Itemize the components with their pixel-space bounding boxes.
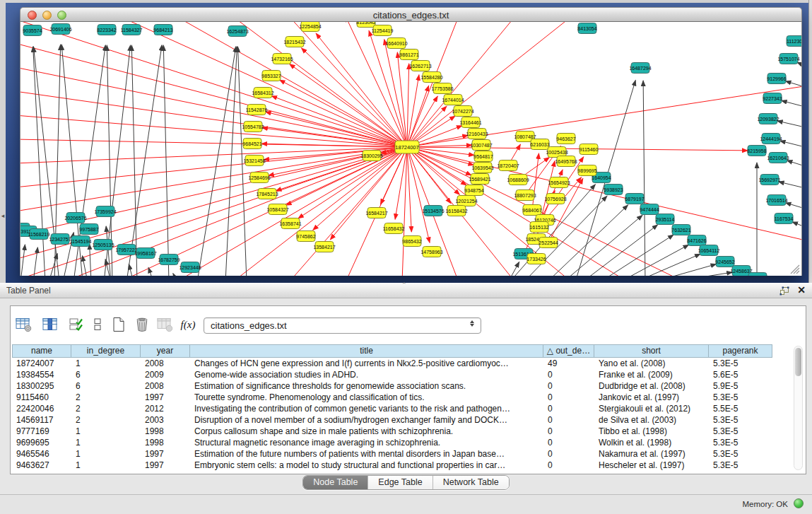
graph-node[interactable]: 5938923 <box>604 185 623 195</box>
graph-node[interactable]: 1167534 <box>775 214 794 224</box>
column-header-pagerank[interactable]: pagerank <box>709 344 772 358</box>
graph-node[interactable]: 20206576 <box>64 213 86 223</box>
graph-node[interactable]: 9853327 <box>261 71 281 81</box>
graph-node[interactable]: 9745862 <box>296 231 315 242</box>
show-columns-button[interactable] <box>40 313 61 336</box>
graph-node[interactable]: 12505135 <box>92 240 114 250</box>
graph-node[interactable]: 13164461 <box>459 117 481 128</box>
graph-node[interactable]: 15654923 <box>548 177 570 188</box>
graph-node[interactable]: 8123042 <box>356 22 375 28</box>
graph-node[interactable]: 11542876 <box>246 105 268 115</box>
graph-node[interactable]: 6216033 <box>530 139 549 150</box>
toggle-rows-button[interactable] <box>87 313 108 336</box>
splitter-handle-icon[interactable]: ⌃ <box>401 281 407 288</box>
graph-node[interactable]: 9129966 <box>767 74 786 84</box>
table-row[interactable]: 2242004622012Investigating the contribut… <box>12 403 772 414</box>
graph-node[interactable]: 10639543 <box>471 163 493 173</box>
table-vertical-scrollbar[interactable] <box>794 346 803 470</box>
graph-node[interactable]: 11584327 <box>121 25 143 35</box>
network-window-titlebar[interactable]: citations_edges.txt <box>20 7 802 22</box>
graph-node[interactable]: 9245652 <box>715 257 734 267</box>
graph-node[interactable]: 18724007 <box>395 141 419 153</box>
close-panel-icon[interactable]: ✕ <box>797 284 806 296</box>
graph-node[interactable]: 9684521 <box>242 139 261 149</box>
graph-node[interactable]: 9035574 <box>23 25 42 36</box>
graph-node[interactable]: 14758963 <box>420 247 442 257</box>
graph-node[interactable]: 9865432 <box>402 236 421 247</box>
graph-node[interactable]: 15134576 <box>422 206 444 216</box>
graph-node[interactable]: 16210643 <box>767 153 789 163</box>
graph-node[interactable]: 1112305 <box>787 36 801 47</box>
window-resize-grip[interactable] <box>789 263 800 274</box>
graph-node[interactable]: 12160433 <box>466 129 488 139</box>
graph-node[interactable]: 12093822 <box>757 114 779 124</box>
graph-node[interactable]: 10554782 <box>242 122 264 132</box>
graph-node[interactable]: 16158432 <box>445 206 467 216</box>
table-row[interactable]: 1456911722003Disruption of a novel membe… <box>12 414 772 426</box>
graph-node[interactable]: 9975887 <box>79 224 98 235</box>
splitter-collapse-left-icon[interactable]: ◂ <box>0 212 6 219</box>
graph-node[interactable]: 8471626 <box>687 235 706 246</box>
graph-node[interactable]: 10742274 <box>452 106 473 117</box>
graph-node[interactable]: 17359924 <box>94 206 116 217</box>
graph-node[interactable]: 12584696 <box>248 173 270 183</box>
graph-node[interactable]: 18215432 <box>283 37 305 47</box>
graph-node[interactable]: 15584280 <box>420 72 442 83</box>
column-header-year[interactable]: year <box>141 344 190 358</box>
graph-node[interactable]: 18807293 <box>514 190 536 201</box>
graph-node[interactable]: 9227343 <box>763 93 782 104</box>
function-builder-button[interactable]: f(x) <box>177 313 199 336</box>
graph-node[interactable]: 9474444 <box>640 204 659 215</box>
scrollbar-thumb[interactable] <box>795 348 801 376</box>
graph-node[interactable]: 9348754 <box>464 185 483 196</box>
graph-node[interactable]: 16584312 <box>252 88 273 98</box>
new-column-button[interactable] <box>108 313 129 336</box>
table-row[interactable]: 946362711997Embryonic stem cells: a mode… <box>12 460 772 471</box>
table-row[interactable]: 977716911998Corpus callosum shape and si… <box>12 426 772 437</box>
graph-node[interactable]: 9861271 <box>399 49 418 60</box>
graph-node[interactable]: 17753586 <box>431 83 453 94</box>
graph-node[interactable]: 10654112 <box>698 245 720 256</box>
graph-node[interactable]: 9684213 <box>153 25 172 35</box>
memory-status-indicator[interactable] <box>794 498 804 508</box>
graph-node[interactable]: 8223342 <box>97 25 116 35</box>
graph-node[interactable]: 16744014 <box>442 95 464 105</box>
graph-node[interactable]: 16495768 <box>555 156 577 167</box>
graph-node[interactable]: 9564817 <box>473 151 493 162</box>
tab-network-table[interactable]: Network Table <box>433 476 509 489</box>
graph-node[interactable]: 10688609 <box>507 175 529 185</box>
delete-columns-button[interactable] <box>131 313 153 336</box>
graph-node[interactable]: 11568219 <box>28 229 50 240</box>
graph-node[interactable]: 17845213 <box>256 189 278 199</box>
graph-node[interactable]: 9899695 <box>577 165 596 176</box>
table-row[interactable]: 1938455462009Genome-wide association stu… <box>12 369 772 380</box>
graph-node[interactable]: 8215958 <box>747 146 766 156</box>
graph-node[interactable]: 16782759 <box>158 255 180 265</box>
table-row[interactable]: 911546021997Tourette syndrome. Phenomeno… <box>12 392 772 403</box>
graph-node[interactable]: 12254854 <box>299 22 321 32</box>
graph-node[interactable]: 13584217 <box>313 242 335 252</box>
graph-node[interactable]: 2522544 <box>539 238 558 248</box>
column-header-name[interactable]: name <box>12 344 71 358</box>
graph-node[interactable]: 18720407 <box>497 160 519 171</box>
column-header-out_de[interactable]: △ out_de… <box>543 344 594 358</box>
column-header-title[interactable]: title <box>190 344 543 358</box>
graph-node[interactable]: 16584296 <box>746 273 768 276</box>
column-header-short[interactable]: short <box>594 344 709 358</box>
tab-edge-table[interactable]: Edge Table <box>367 476 432 489</box>
graph-node[interactable]: 12923448 <box>179 262 201 273</box>
graph-node[interactable]: 9684067 <box>522 205 541 216</box>
graph-node[interactable]: 15751074 <box>777 54 799 64</box>
graph-node[interactable]: 7632621 <box>671 225 690 235</box>
graph-node[interactable]: 11658432 <box>383 223 405 234</box>
import-table-button-disabled[interactable] <box>155 313 176 336</box>
tab-node-table[interactable]: Node Table <box>303 476 367 489</box>
graph-node[interactable]: 16358741 <box>279 218 301 229</box>
graph-node[interactable]: 1615132 <box>529 222 548 233</box>
graph-node[interactable]: 1733426 <box>526 254 546 264</box>
table-options-button[interactable] <box>13 313 35 336</box>
graph-node[interactable]: 2935114 <box>656 214 675 225</box>
float-panel-icon[interactable] <box>779 286 789 298</box>
graph-node[interactable]: 16487294 <box>629 63 651 74</box>
graph-node[interactable]: 8413054 <box>577 23 596 34</box>
